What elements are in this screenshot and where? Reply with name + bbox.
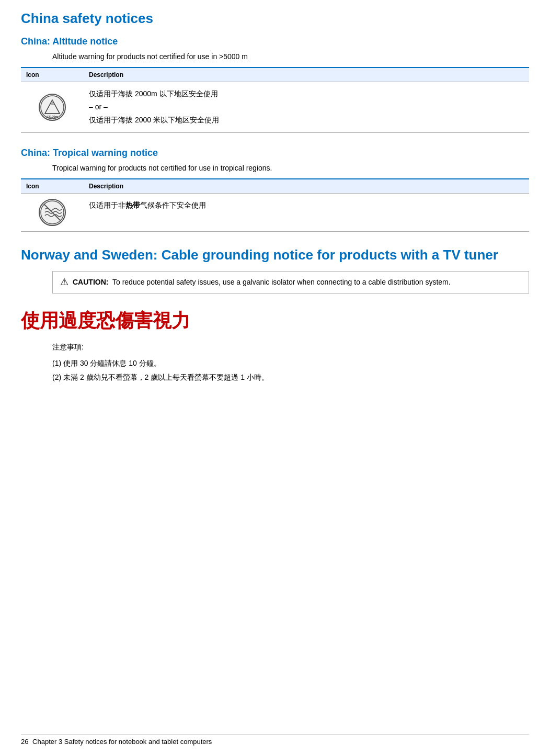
altitude-svg: ≤2100m [40, 95, 65, 120]
svg-text:≤2100m: ≤2100m [47, 115, 58, 118]
altitude-table: Icon Description ≤ [21, 67, 529, 133]
tropical-icon-cell [21, 193, 84, 231]
caution-icon: ⚠ [60, 277, 68, 287]
altitude-desc-line-3: 仅适用于海拔 2000 米以下地区安全使用 [89, 114, 524, 127]
altitude-row: ≤2100m 仅适用于海拔 2000m 以下地区安全使用 – or – 仅适用于… [21, 82, 529, 133]
altitude-desc-line-1: 仅适用于海拔 2000m 以下地区安全使用 [89, 87, 524, 100]
tropical-table: Icon Description [21, 178, 529, 232]
tropical-subtitle: Tropical warning for products not certif… [52, 164, 529, 172]
taiwan-content: 注意事項: (1) 使用 30 分鐘請休息 10 分鐘。 (2) 未滿 2 歲幼… [52, 340, 529, 384]
altitude-subtitle: Altitude warning for products not certif… [52, 52, 529, 61]
taiwan-line-1: (1) 使用 30 分鐘請休息 10 分鐘。 [52, 356, 529, 370]
norway-heading: Norway and Sweden: Cable grounding notic… [21, 246, 529, 264]
altitude-icon: ≤2100m [39, 94, 66, 121]
caution-label: CAUTION: [73, 278, 108, 286]
altitude-icon-cell: ≤2100m [21, 82, 84, 133]
footer-text: Chapter 3 Safety notices for notebook an… [32, 738, 212, 746]
tropical-heading: China: Tropical warning notice [21, 148, 529, 159]
altitude-desc-line-2: – or – [89, 100, 524, 114]
altitude-col-icon: Icon [21, 67, 84, 82]
tropical-section: China: Tropical warning notice Tropical … [21, 148, 529, 232]
caution-content: CAUTION: To reduce potential safety issu… [73, 277, 451, 288]
tropical-icon [39, 199, 66, 226]
footer: 26 Chapter 3 Safety notices for notebook… [21, 734, 529, 746]
taiwan-heading: 使用過度恐傷害視力 [21, 308, 529, 334]
altitude-section: China: Altitude notice Altitude warning … [21, 36, 529, 133]
caution-box: ⚠ CAUTION: To reduce potential safety is… [52, 271, 529, 294]
tropical-desc-line-1: 仅适用于非热带气候条件下安全使用 [89, 199, 524, 212]
tropical-col-desc: Description [84, 179, 529, 194]
tropical-col-icon: Icon [21, 179, 84, 194]
altitude-heading: China: Altitude notice [21, 36, 529, 47]
taiwan-section: 使用過度恐傷害視力 注意事項: (1) 使用 30 分鐘請休息 10 分鐘。 (… [21, 308, 529, 384]
taiwan-line-2: (2) 未滿 2 歲幼兒不看螢幕，2 歲以上每天看螢幕不要超過 1 小時。 [52, 370, 529, 385]
altitude-desc-cell: 仅适用于海拔 2000m 以下地区安全使用 – or – 仅适用于海拔 2000… [84, 82, 529, 133]
taiwan-notice-label: 注意事項: [52, 340, 529, 354]
tropical-row: 仅适用于非热带气候条件下安全使用 [21, 193, 529, 231]
page-title: China safety notices [21, 10, 529, 27]
norway-section: Norway and Sweden: Cable grounding notic… [21, 246, 529, 294]
caution-text: To reduce potential safety issues, use a… [112, 278, 451, 286]
tropical-svg [40, 200, 65, 225]
altitude-col-desc: Description [84, 67, 529, 82]
page-number: 26 [21, 738, 28, 746]
tropical-desc-cell: 仅适用于非热带气候条件下安全使用 [84, 193, 529, 231]
